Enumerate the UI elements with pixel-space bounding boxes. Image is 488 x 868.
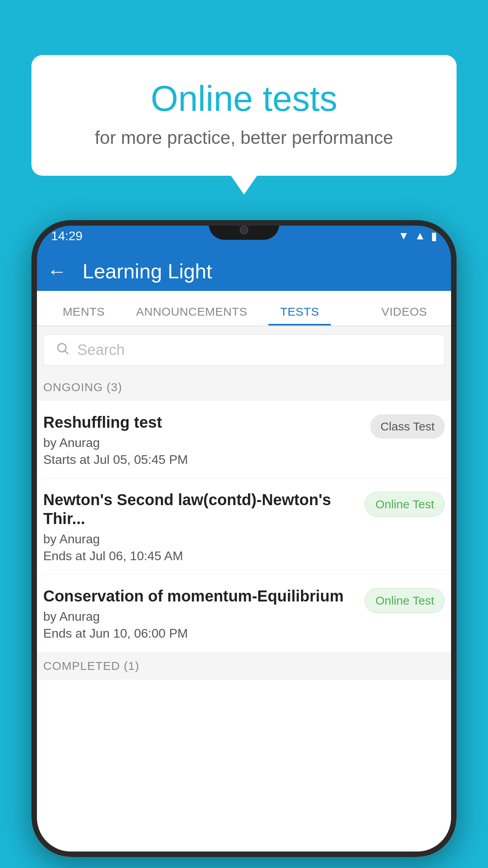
tab-videos[interactable]: VIDEOS — [352, 305, 457, 326]
test-item[interactable]: Conservation of momentum-Equilibrium by … — [31, 575, 457, 652]
tab-tests[interactable]: TESTS — [247, 305, 352, 326]
back-button[interactable]: ← — [47, 260, 67, 283]
svg-line-1 — [65, 351, 68, 354]
bubble-title: Online tests — [63, 79, 425, 119]
phone-frame: 14:29 ▼ ▲ ▮ ← Learning Light MENTS ANNOU… — [31, 220, 457, 857]
test-by: by Anurag — [43, 609, 357, 624]
svg-point-0 — [58, 344, 66, 352]
app-header: ← Learning Light — [31, 252, 457, 291]
test-date: Starts at Jul 05, 05:45 PM — [43, 452, 362, 467]
ongoing-section-header: ONGOING (3) — [31, 373, 457, 401]
completed-label: COMPLETED (1) — [43, 659, 139, 672]
tab-bar: MENTS ANNOUNCEMENTS TESTS VIDEOS — [31, 291, 457, 326]
test-info: Reshuffling test by Anurag Starts at Jul… — [43, 413, 362, 467]
class-test-badge: Class Test — [370, 414, 445, 439]
test-date: Ends at Jul 06, 10:45 AM — [43, 549, 357, 563]
search-placeholder: Search — [77, 342, 125, 359]
phone-container: 14:29 ▼ ▲ ▮ ← Learning Light MENTS ANNOU… — [31, 220, 457, 868]
tab-announcements[interactable]: ANNOUNCEMENTS — [136, 305, 247, 326]
front-camera — [240, 226, 248, 234]
phone-notch — [209, 220, 279, 240]
status-icons: ▼ ▲ ▮ — [398, 230, 437, 243]
test-item[interactable]: Reshuffling test by Anurag Starts at Jul… — [31, 401, 457, 478]
online-test-badge: Online Test — [365, 588, 445, 613]
phone-screen: MENTS ANNOUNCEMENTS TESTS VIDEOS — [31, 291, 457, 857]
bubble-subtitle: for more practice, better performance — [63, 127, 425, 148]
tab-ments[interactable]: MENTS — [31, 305, 136, 326]
search-icon — [55, 341, 70, 359]
search-bar[interactable]: Search — [43, 334, 445, 366]
completed-section-header: COMPLETED (1) — [31, 652, 457, 680]
online-test-badge: Online Test — [365, 492, 445, 517]
test-date: Ends at Jun 10, 06:00 PM — [43, 626, 357, 641]
battery-icon: ▮ — [431, 230, 437, 243]
test-item[interactable]: Newton's Second law(contd)-Newton's Thir… — [31, 478, 457, 575]
search-container: Search — [31, 326, 457, 373]
test-name: Newton's Second law(contd)-Newton's Thir… — [43, 490, 357, 528]
speech-bubble: Online tests for more practice, better p… — [31, 55, 457, 176]
ongoing-label: ONGOING (3) — [43, 381, 122, 394]
app-title: Learning Light — [83, 259, 212, 283]
signal-icon: ▲ — [415, 230, 426, 242]
test-by: by Anurag — [43, 532, 357, 546]
test-name: Reshuffling test — [43, 413, 362, 432]
test-info: Conservation of momentum-Equilibrium by … — [43, 587, 357, 641]
test-info: Newton's Second law(contd)-Newton's Thir… — [43, 490, 357, 563]
test-name: Conservation of momentum-Equilibrium — [43, 587, 357, 605]
wifi-icon: ▼ — [398, 230, 409, 242]
test-by: by Anurag — [43, 436, 362, 450]
status-time: 14:29 — [51, 229, 83, 243]
